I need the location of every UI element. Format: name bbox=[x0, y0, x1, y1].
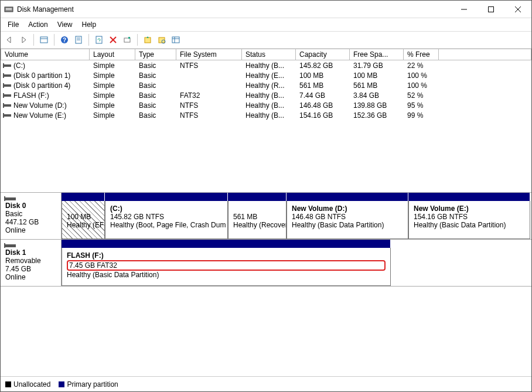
svg-rect-1 bbox=[6, 8, 12, 9]
partition-box[interactable]: New Volume (E:)154.16 GB NTFSHealthy (Ba… bbox=[408, 201, 530, 239]
disk-name: Disk 0 bbox=[5, 202, 56, 210]
cell-pct: 95 % bbox=[404, 101, 439, 110]
partition-box[interactable]: (C:)145.82 GB NTFSHealthy (Boot, Page Fi… bbox=[105, 201, 228, 239]
toolbar-separator bbox=[54, 34, 54, 46]
svg-rect-4 bbox=[489, 6, 494, 12]
col-filesystem[interactable]: File System bbox=[176, 49, 242, 60]
toolbar: ? bbox=[1, 31, 531, 49]
volume-icon bbox=[4, 64, 11, 67]
toolbar-separator bbox=[88, 34, 89, 46]
menu-view[interactable]: View bbox=[53, 19, 77, 30]
table-row[interactable]: New Volume (E:)SimpleBasicNTFSHealthy (B… bbox=[1, 110, 531, 120]
cell-pct: 100 % bbox=[404, 81, 439, 90]
volume-icon bbox=[4, 74, 11, 77]
cell-capacity: 145.82 GB bbox=[296, 62, 350, 70]
legend-unallocated: Unallocated bbox=[5, 380, 50, 388]
partition-boxes: 100 MBHealthy (EFI(C:)145.82 GB NTFSHeal… bbox=[62, 201, 531, 239]
cell-status: Healthy (B... bbox=[242, 91, 296, 100]
disk-icon bbox=[5, 244, 16, 247]
cell-layout: Simple bbox=[90, 62, 135, 70]
cell-free: 3.84 GB bbox=[350, 91, 404, 100]
disk-row: Disk 0Basic447.12 GBOnline 100 MBHealthy… bbox=[1, 193, 531, 239]
partition-size: 561 MB bbox=[233, 213, 281, 221]
cell-type: Basic bbox=[135, 62, 176, 70]
action-button-3[interactable] bbox=[169, 33, 182, 46]
menu-file[interactable]: File bbox=[3, 19, 23, 30]
cell-capacity: 7.44 GB bbox=[296, 91, 350, 100]
cell-volume: (Disk 0 partition 1) bbox=[1, 71, 90, 80]
col-capacity[interactable]: Capacity bbox=[296, 49, 350, 60]
cell-status: Healthy (E... bbox=[242, 71, 296, 80]
settings-button[interactable] bbox=[121, 33, 134, 46]
volume-icon bbox=[4, 104, 11, 107]
minimize-button[interactable] bbox=[451, 1, 478, 18]
disk-state: Online bbox=[5, 273, 56, 281]
partition-status: Healthy (Basic Data Partition) bbox=[67, 271, 386, 279]
partition-status: Healthy (EFI bbox=[67, 221, 100, 229]
disk-name: Disk 1 bbox=[5, 248, 56, 257]
partition-box[interactable]: FLASH (F:)7.45 GB FAT32Healthy (Basic Da… bbox=[62, 248, 391, 286]
volume-icon bbox=[4, 114, 11, 117]
col-status[interactable]: Status bbox=[242, 49, 296, 60]
col-pctfree[interactable]: % Free bbox=[404, 49, 439, 60]
menu-help[interactable]: Help bbox=[77, 19, 101, 30]
properties-button[interactable] bbox=[72, 33, 85, 46]
close-button[interactable] bbox=[504, 1, 531, 18]
volume-list: Volume Layout Type File System Status Ca… bbox=[1, 49, 531, 193]
partition-bar-segment bbox=[105, 193, 228, 201]
cell-filesystem: NTFS bbox=[176, 62, 242, 70]
col-layout[interactable]: Layout bbox=[90, 49, 135, 60]
cell-type: Basic bbox=[135, 81, 176, 90]
table-row[interactable]: FLASH (F:)SimpleBasicFAT32Healthy (B...7… bbox=[1, 90, 531, 100]
show-hide-console-tree-button[interactable] bbox=[37, 33, 50, 46]
delete-button[interactable] bbox=[107, 33, 120, 46]
partition-bar bbox=[62, 240, 391, 248]
cell-capacity: 100 MB bbox=[296, 71, 350, 80]
partition-size: 146.48 GB NTFS bbox=[292, 213, 403, 221]
legend-primary: Primary partition bbox=[59, 380, 118, 388]
partition-status: Healthy (Basic Data Partition) bbox=[414, 221, 525, 229]
table-row[interactable]: (Disk 0 partition 4)SimpleBasicHealthy (… bbox=[1, 80, 531, 90]
action-button-2[interactable] bbox=[155, 33, 168, 46]
partition-title: FLASH (F:) bbox=[67, 251, 386, 260]
svg-rect-19 bbox=[124, 38, 130, 42]
partition-box[interactable]: 561 MBHealthy (Recover bbox=[228, 201, 287, 239]
cell-layout: Simple bbox=[90, 71, 135, 80]
cell-layout: Simple bbox=[90, 81, 135, 90]
cell-layout: Simple bbox=[90, 91, 135, 100]
partition-size-highlight: 7.45 GB FAT32 bbox=[67, 260, 386, 271]
disk-label[interactable]: Disk 1Removable7.45 GBOnline bbox=[1, 240, 62, 286]
action-button-1[interactable] bbox=[141, 33, 154, 46]
cell-volume: (Disk 0 partition 4) bbox=[1, 81, 90, 90]
col-volume[interactable]: Volume bbox=[1, 49, 90, 60]
cell-pct: 100 % bbox=[404, 71, 439, 80]
forward-button[interactable] bbox=[17, 33, 30, 46]
cell-volume: (C:) bbox=[1, 62, 90, 70]
cell-free: 31.79 GB bbox=[350, 62, 404, 70]
maximize-button[interactable] bbox=[478, 1, 504, 18]
cell-type: Basic bbox=[135, 91, 176, 100]
partition-box[interactable]: 100 MBHealthy (EFI bbox=[62, 201, 105, 239]
help-button[interactable]: ? bbox=[58, 33, 71, 46]
partition-status: Healthy (Basic Data Partition) bbox=[292, 221, 403, 229]
cell-pct: 52 % bbox=[404, 91, 439, 100]
partition-bar-segment bbox=[228, 193, 287, 201]
disk-label[interactable]: Disk 0Basic447.12 GBOnline bbox=[1, 193, 62, 239]
table-row[interactable]: (C:)SimpleBasicNTFSHealthy (B...145.82 G… bbox=[1, 60, 531, 70]
menu-action[interactable]: Action bbox=[23, 19, 52, 30]
cell-status: Healthy (B... bbox=[242, 101, 296, 110]
refresh-button[interactable] bbox=[93, 33, 105, 46]
partition-status: Healthy (Boot, Page File, Crash Dum bbox=[110, 221, 223, 229]
cell-status: Healthy (R... bbox=[242, 81, 296, 90]
cell-free: 139.88 GB bbox=[350, 101, 404, 110]
table-row[interactable]: (Disk 0 partition 1)SimpleBasicHealthy (… bbox=[1, 70, 531, 80]
partition-title: New Volume (D:) bbox=[292, 204, 403, 213]
table-row[interactable]: New Volume (D:)SimpleBasicNTFSHealthy (B… bbox=[1, 100, 531, 110]
col-type[interactable]: Type bbox=[135, 49, 176, 60]
col-freespace[interactable]: Free Spa... bbox=[350, 49, 404, 60]
legend: Unallocated Primary partition bbox=[1, 376, 531, 391]
back-button[interactable] bbox=[3, 33, 16, 46]
disk-kind: Removable bbox=[5, 257, 56, 265]
partition-box[interactable]: New Volume (D:)146.48 GB NTFSHealthy (Ba… bbox=[287, 201, 408, 239]
cell-filesystem: NTFS bbox=[176, 101, 242, 110]
